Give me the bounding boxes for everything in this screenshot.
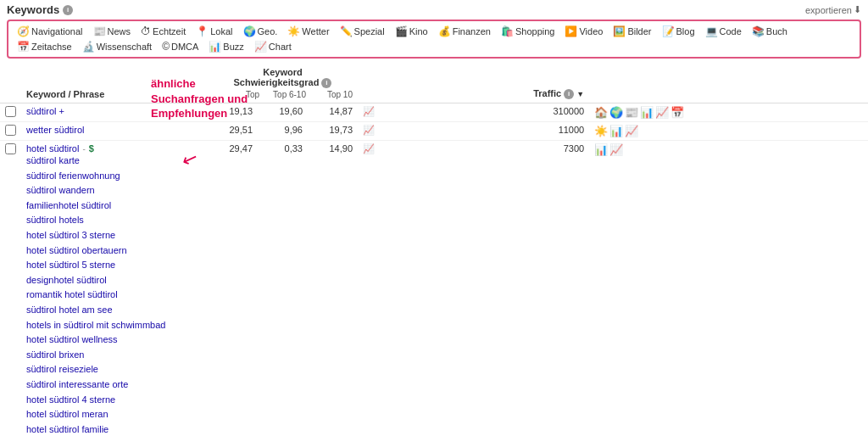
geo-action-icon[interactable]: 🌍 [609, 106, 623, 119]
wetter-icon: ☀️ [287, 25, 300, 37]
filter-label: Chart [269, 42, 292, 52]
list-item[interactable]: südtirol karte [26, 154, 203, 169]
list-item[interactable]: hotel südtirol meran [26, 407, 203, 422]
row-checkbox-cell [0, 122, 21, 141]
filter-label: Wetter [302, 26, 329, 36]
home-icon[interactable]: 🏠 [594, 106, 608, 119]
code-icon: 💻 [705, 25, 718, 37]
bar-chart-icon[interactable]: 📊 [640, 106, 654, 119]
filter-spezial[interactable]: ✏️ Spezial [338, 25, 387, 38]
filter-echtzeit[interactable]: ⏱ Echtzeit [139, 25, 187, 38]
filter-label: Code [720, 26, 742, 36]
keyword-cell: südtirol + [21, 103, 208, 122]
bilder-icon: 🖼️ [613, 25, 626, 37]
th-top2-label: Top 6-10 [259, 90, 306, 99]
list-item[interactable]: südtirol ferienwohnung [26, 169, 203, 184]
filter-finanzen[interactable]: 💰 Finanzen [437, 25, 492, 38]
filter-label: Spezial [354, 26, 385, 36]
filter-label: News [108, 26, 131, 36]
chart-icon: 📈 [254, 41, 267, 53]
filter-dmca[interactable]: ©️ DMCA [160, 40, 200, 53]
filter-blog[interactable]: 📝 Blog [660, 25, 697, 38]
th-top3-label: Top 10 [306, 90, 353, 99]
dollar-icon: $ [89, 143, 94, 154]
list-item[interactable]: hotel südtirol 4 sterne [26, 393, 203, 408]
keyword-cell: wetter südtirol [21, 122, 208, 141]
filter-geo[interactable]: 🌍 Geo. [242, 25, 280, 38]
filter-label: Navigational [31, 26, 83, 36]
list-item[interactable]: hotels in südtirol mit schwimmbad [26, 318, 203, 333]
filter-buch[interactable]: 📚 Buch [750, 25, 789, 38]
keyword-link[interactable]: wetter südtirol [26, 125, 84, 135]
trend-chart-icon[interactable]: 📈 [625, 125, 638, 137]
title-info-icon[interactable]: i [63, 5, 73, 15]
trend-chart-icon[interactable]: 📈 [655, 106, 669, 119]
buzz-icon: 📊 [209, 41, 221, 53]
list-item[interactable]: südtirol hotels [26, 213, 203, 228]
calendar-icon[interactable]: 📅 [670, 106, 684, 119]
filter-lokal[interactable]: 📍 Lokal [194, 25, 234, 38]
difficulty-info-icon[interactable]: i [321, 78, 331, 88]
export-link[interactable]: exportieren ⬇ [805, 4, 861, 15]
filter-news[interactable]: 📰 News [92, 25, 133, 38]
list-item[interactable]: hotel südtirol wellness [26, 333, 203, 348]
traffic-value-cell: 310000 [419, 103, 589, 122]
bar-chart-icon[interactable]: 📊 [609, 125, 623, 137]
filter-kino[interactable]: 🎬 Kino [393, 25, 430, 38]
filter-bilder[interactable]: 🖼️ Bilder [611, 25, 653, 38]
top1-cell: 19,13 [208, 103, 258, 122]
th-traffic[interactable]: Traffic i ▼ [419, 64, 589, 103]
row-checkbox[interactable] [5, 125, 16, 136]
filter-chart[interactable]: 📈 Chart [253, 40, 293, 53]
filter-wissenschaft[interactable]: 🔬 Wissenschaft [81, 40, 153, 53]
row-checkbox[interactable] [5, 143, 16, 154]
filter-label: Kino [409, 26, 428, 36]
list-item[interactable]: designhotel südtirol [26, 273, 203, 288]
shopping-icon: 🛍️ [501, 25, 514, 37]
list-item[interactable]: südtirol hotel am see [26, 303, 203, 318]
keyword-link[interactable]: hotel südtirol [26, 143, 79, 154]
list-item[interactable]: südtirol reiseziele [26, 362, 203, 377]
th-keyword[interactable]: Keyword / Phrase [21, 64, 208, 103]
trend-chart-icon[interactable]: 📈 [609, 143, 623, 156]
buch-icon: 📚 [752, 25, 765, 37]
trend-icon: 📈 [363, 125, 375, 135]
table-row: hotel südtirol - $ südtirol karte südtir… [0, 141, 868, 436]
bar-chart-icon[interactable]: 📊 [594, 143, 608, 156]
action-icons: 📊 📈 [594, 143, 863, 156]
filter-zeitachse[interactable]: 📅 Zeitachse [15, 40, 74, 53]
filter-video[interactable]: ▶️ Video [563, 25, 604, 38]
keywords-table: Keyword / Phrase KeywordSchwierigkeitsgr… [0, 64, 868, 436]
list-item[interactable]: hotel südtirol familie [26, 422, 203, 436]
th-actions [589, 64, 868, 103]
filter-shopping[interactable]: 🛍️ Shopping [499, 25, 557, 38]
top2-cell: 9,96 [258, 122, 308, 141]
row-checkbox[interactable] [5, 106, 16, 117]
filter-wetter[interactable]: ☀️ Wetter [286, 25, 331, 38]
list-item[interactable]: südtirol interessante orte [26, 377, 203, 393]
list-item[interactable]: südtirol wandern [26, 183, 203, 198]
th-difficulty-subs: Top Top 6-10 Top 10 [213, 88, 353, 99]
traffic-info-icon[interactable]: i [564, 89, 574, 99]
filter-navigational[interactable]: 🧭 Navigational [15, 25, 85, 38]
list-item[interactable]: hotel südtirol obertauern [26, 243, 203, 259]
list-item[interactable]: romantik hotel südtirol [26, 288, 203, 303]
keyword-link[interactable]: südtirol + [26, 106, 64, 116]
top3-cell: 14,87 [308, 103, 358, 122]
trend-icon: 📈 [363, 106, 375, 116]
news-action-icon[interactable]: 📰 [625, 106, 638, 119]
traffic-value-cell: 11000 [419, 122, 589, 141]
filter-label: Lokal [210, 26, 232, 36]
filter-code[interactable]: 💻 Code [704, 25, 743, 38]
th-top1-label: Top [213, 90, 259, 99]
top1-cell: 29,51 [208, 122, 258, 141]
list-item[interactable]: hotel südtirol 3 sterne [26, 228, 203, 243]
filter-label: Geo. [258, 26, 278, 36]
filter-label: Wissenschaft [97, 42, 152, 52]
list-item[interactable]: hotel südtirol 5 sterne [26, 258, 203, 273]
weather-icon[interactable]: ☀️ [594, 125, 608, 137]
list-item[interactable]: familienhotel südtirol [26, 198, 203, 214]
filter-buzz[interactable]: 📊 Buzz [207, 40, 245, 53]
list-item[interactable]: südtirol brixen [26, 348, 203, 363]
filter-label: Shopping [515, 26, 555, 36]
